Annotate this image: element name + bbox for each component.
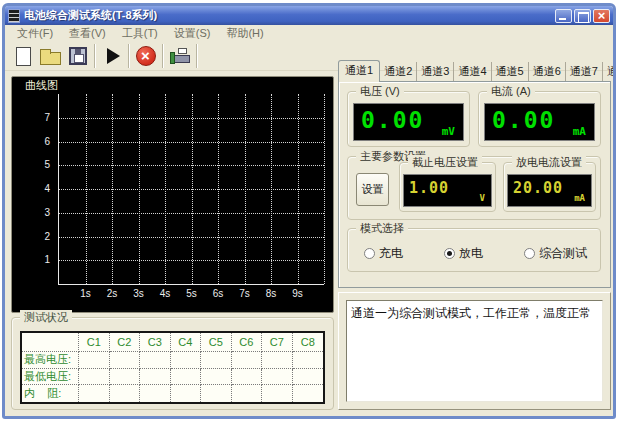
stop-test-button[interactable] [132,43,159,69]
menu-item-3[interactable]: 设置(S) [166,26,219,41]
status-value-cell [140,352,171,369]
desktop-background: 电池综合测试系统(T-8系列) 文件(F)查看(V)工具(T)设置(S)帮助(H… [0,0,619,422]
cutoff-voltage-display: 1.00 V [403,174,492,207]
set-button[interactable]: 设置 [356,173,389,206]
curve-chart-panel: 曲线图 76543211s2s3s4s5s6s7s8s9s [11,76,334,313]
mode-radio-label: 综合测试 [539,245,587,262]
channel-tab-control: 通道1通道2通道3通道4通道5通道6通道7通道8绘图通用 电压 (V) 0.00… [338,63,611,288]
play-icon [107,48,120,64]
x-tick-label: 7s [239,288,250,299]
status-row-label: 最低电压: [22,369,79,386]
status-value-cell [110,352,141,369]
printer-icon [169,47,191,65]
radio-circle-icon[interactable] [524,248,535,259]
test-status-title: 测试状况 [20,310,72,325]
toolbar-separator [196,44,197,68]
titlebar[interactable]: 电池综合测试系统(T-8系列) [5,6,613,25]
radio-circle-icon[interactable] [444,248,455,259]
tab-2[interactable]: 通道3 [417,62,454,81]
cutoff-voltage-group: 截止电压设置 1.00 V [399,162,496,212]
current-group-label: 电流 (A) [487,84,535,99]
new-file-icon [16,47,31,66]
mode-radio-1[interactable]: 放电 [444,245,483,262]
cutoff-voltage-label: 截止电压设置 [408,155,482,170]
tab-3[interactable]: 通道4 [454,62,491,81]
menu-item-1[interactable]: 查看(V) [61,26,114,41]
minimize-button[interactable] [555,9,572,23]
new-file-button[interactable] [10,43,37,69]
printer-paper [178,48,187,54]
open-folder-icon [40,52,61,65]
stop-icon [136,46,156,66]
voltage-led-display: 0.00 mV [353,103,464,141]
mode-select-group: 模式选择 充电放电综合测试 [347,228,601,272]
status-value-cell [171,385,202,402]
status-value-cell [79,385,110,402]
tab-6[interactable]: 通道7 [566,62,603,81]
printer-body [174,55,190,63]
status-col-header: C3 [140,333,171,352]
tab-0[interactable]: 通道1 [338,60,380,82]
current-led-display: 0.00 mA [484,103,595,141]
grid-hline [59,142,324,143]
message-textbox[interactable]: 通道一为综合测试模式，工作正常，温度正常 [346,300,603,402]
maximize-button[interactable] [574,9,591,23]
message-text: 通道一为综合测试模式，工作正常，温度正常 [351,306,591,320]
status-value-cell [232,352,263,369]
y-tick-label: 2 [44,230,50,241]
tab-5[interactable]: 通道6 [529,62,566,81]
status-value-cell [262,369,293,386]
print-button[interactable] [166,43,193,69]
grid-hline [59,213,324,214]
status-row-label: 最高电压: [22,352,79,369]
close-button[interactable] [593,9,610,23]
tab-1[interactable]: 通道2 [380,62,417,81]
voltage-value: 0.00 [361,107,424,133]
y-tick-label: 6 [44,135,50,146]
cutoff-voltage-unit: V [480,193,485,203]
toolbar-separator [94,44,95,68]
menu-item-4[interactable]: 帮助(H) [218,26,271,41]
status-value-cell [262,385,293,402]
mode-radio-label: 放电 [459,245,483,262]
menu-item-0[interactable]: 文件(F) [9,26,61,41]
tab-page-channel1: 电压 (V) 0.00 mV 电流 (A) 0.00 mA 主要参数设置 设置 [338,81,611,288]
y-tick-label: 7 [44,112,50,123]
chart-title: 曲线图 [22,78,61,93]
tab-strip: 通道1通道2通道3通道4通道5通道6通道7通道8绘图通用 [338,63,611,81]
mode-radio-label: 充电 [379,245,403,262]
status-table: C1C2C3C4C5C6C7C8最高电压:最低电压:内 阻: [20,331,325,404]
grid-hline [59,189,324,190]
main-params-group: 主要参数设置 设置 截止电压设置 1.00 V 放电电流设置 20.00 m [347,156,601,220]
y-tick-label: 5 [44,159,50,170]
mode-radio-2[interactable]: 综合测试 [524,245,587,262]
status-row-label: 内 阻: [22,385,79,402]
save-button[interactable] [64,43,91,69]
mode-radio-0[interactable]: 充电 [364,245,403,262]
current-value: 0.00 [492,107,555,133]
status-corner-cell [22,333,79,352]
status-value-cell [110,369,141,386]
status-value-cell [232,369,263,386]
test-status-panel: 测试状况 C1C2C3C4C5C6C7C8最高电压:最低电压:内 阻: [11,317,334,410]
cutoff-voltage-value: 1.00 [409,179,449,197]
grid-hline [59,237,324,238]
x-tick-label: 1s [80,288,91,299]
status-col-header: C1 [79,333,110,352]
save-floppy-icon [69,47,87,65]
status-col-header: C4 [171,333,202,352]
tab-4[interactable]: 通道5 [492,62,529,81]
printer-ink [170,52,175,64]
window-controls [555,9,610,23]
start-test-button[interactable] [98,43,125,69]
tab-7[interactable]: 通道8 [603,62,616,81]
grid-hline [59,118,324,119]
radio-circle-icon[interactable] [364,248,375,259]
open-file-button[interactable] [37,43,64,69]
menu-bar: 文件(F)查看(V)工具(T)设置(S)帮助(H) [5,25,613,42]
status-value-cell [232,385,263,402]
status-value-cell [293,352,324,369]
x-tick-label: 6s [213,288,224,299]
discharge-current-unit: mA [574,193,585,203]
menu-item-2[interactable]: 工具(T) [114,26,166,41]
